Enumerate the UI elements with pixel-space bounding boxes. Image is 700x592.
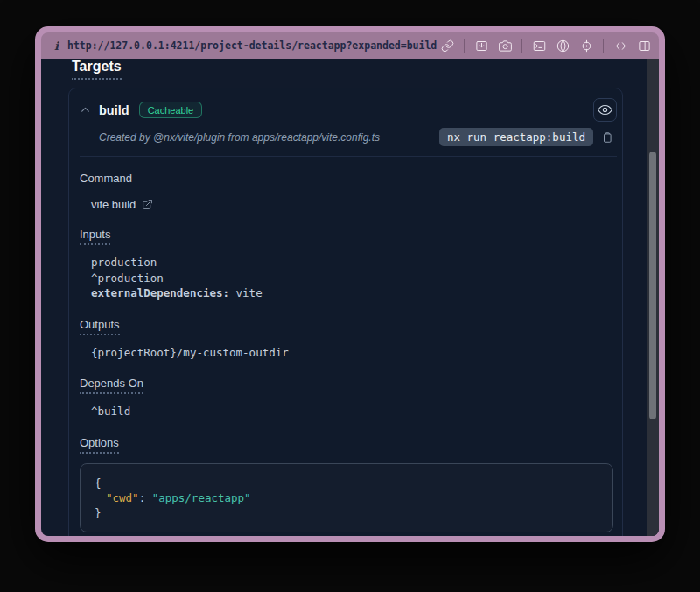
command-value: vite build [91,198,136,211]
input-item-key: externalDependencies: [91,286,229,300]
scrollbar-thumb[interactable] [649,152,656,419]
input-item: ^production [91,271,612,286]
input-item: production [91,255,612,271]
targets-heading: Targets [72,59,122,80]
command-value-row: vite build [91,198,612,211]
scrollbar-track [647,59,659,536]
section-command: Command vite build [80,170,612,211]
section-depends-on: Depends On ^build [80,375,612,419]
outputs-items: {projectRoot}/my-custom-outdir [80,345,612,361]
browser-window: i http://127.0.0.1:4211/project-details/… [35,26,665,542]
cacheable-badge: Cacheable [139,102,203,118]
json-colon: : [139,491,152,504]
run-command-chip: nx run reactapp:build [439,128,593,146]
toolbar-separator [522,39,522,53]
section-outputs: Outputs {projectRoot}/my-custom-outdir [80,316,612,361]
toolbar-separator [603,39,604,53]
build-card-body: Command vite build Inputs production [69,157,622,536]
split-view-icon[interactable] [637,39,651,53]
copy-icon[interactable] [599,130,615,145]
inputs-label: Inputs [80,228,110,245]
options-label: Options [80,436,119,454]
link-icon[interactable] [440,39,454,53]
depends-on-items: ^build [80,404,612,419]
output-item: {projectRoot}/my-custom-outdir [91,345,612,361]
chevron-up-icon[interactable] [80,104,92,116]
target-name-build: build [99,103,130,117]
options-json-block: { "cwd": "apps/reactapp" } [80,463,613,532]
json-open-brace: { [94,476,598,490]
section-inputs: Inputs production ^production externalDe… [80,226,612,301]
input-item: externalDependencies: vite [91,285,612,301]
terminal-icon[interactable] [532,39,546,53]
toolbar-actions [440,39,651,53]
info-icon: i [54,39,59,53]
globe-icon[interactable] [556,39,570,53]
depends-on-label: Depends On [80,377,144,394]
camera-icon[interactable] [498,39,512,53]
json-line: "cwd": "apps/reactapp" [94,490,598,505]
outputs-label: Outputs [80,318,120,335]
build-header-row[interactable]: build Cacheable [80,98,617,122]
command-label: Command [80,172,132,185]
code-icon[interactable] [613,39,627,53]
input-item-value: vite [229,286,262,300]
json-close-brace: } [94,505,598,520]
toolbar-separator [464,39,465,53]
view-target-button[interactable] [593,98,617,122]
browser-toolbar: i http://127.0.0.1:4211/project-details/… [41,32,659,59]
created-by-text: Created by @nx/vite/plugin from apps/rea… [99,131,380,144]
section-options: Options { "cwd": "apps/reactapp" } [80,434,612,532]
build-card-header: build Cacheable Created by @nx/vite/plug… [69,88,622,157]
external-link-icon[interactable] [142,199,154,211]
depends-on-item: ^build [91,404,612,419]
json-value: "apps/reactapp" [152,491,251,504]
address-url[interactable]: http://127.0.0.1:4211/project-details/re… [67,39,437,52]
crosshair-icon[interactable] [579,39,593,53]
build-header-subrow: Created by @nx/vite/plugin from apps/rea… [99,128,617,146]
inputs-items: production ^production externalDependenc… [80,255,612,301]
json-key: "cwd" [106,491,139,504]
target-card-build: build Cacheable Created by @nx/vite/plug… [68,88,623,536]
page-content: Targets build Cacheable C [41,59,659,536]
save-frame-icon[interactable] [474,39,488,53]
